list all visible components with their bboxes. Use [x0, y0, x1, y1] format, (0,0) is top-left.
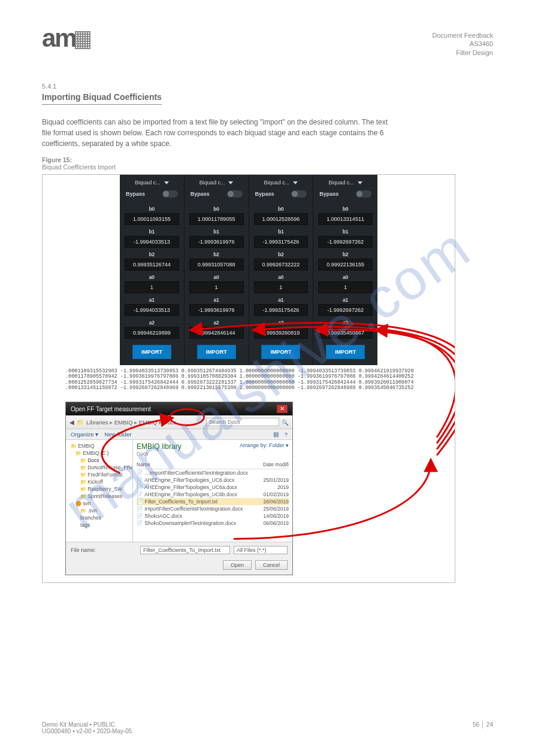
coef-label-a2: a2 — [123, 320, 180, 326]
help-icon[interactable]: ? — [285, 431, 288, 438]
crumb-part[interactable]: EMBIQ — [114, 419, 133, 426]
coef-value-b1[interactable]: -1.9992697262 — [318, 236, 373, 248]
coef-value-b1[interactable]: -1.9994033513 — [125, 236, 179, 248]
view-icon[interactable]: ▤ — [273, 431, 279, 438]
coef-value-a1[interactable]: -1.9994033513 — [125, 304, 179, 316]
file-row[interactable]: 📄 AHEEngine_FilterTopologies_UC6a.docx20… — [137, 484, 289, 491]
chevron-down-icon — [293, 181, 298, 184]
coef-value-b1[interactable]: -1.9993175426 — [254, 236, 309, 248]
coef-value-b0[interactable]: 1.00011093155 — [125, 213, 179, 225]
bypass-toggle[interactable] — [356, 190, 371, 198]
coef-value-a0[interactable]: 1 — [318, 281, 373, 293]
library-sub: Docs — [137, 451, 289, 457]
coef-value-b2[interactable]: 0.99931057088 — [189, 259, 244, 271]
import-button[interactable]: IMPORT — [197, 345, 236, 359]
biquad-column: Biquad c... Bypassb01.00011093155b1-1.99… — [120, 175, 185, 365]
coef-value-a1[interactable]: -1.9993619976 — [189, 304, 244, 316]
bypass-label: Bypass — [255, 191, 274, 197]
coef-value-b0[interactable]: 1.00013314511 — [318, 213, 373, 225]
coef-value-b2[interactable]: 0.99922136155 — [318, 259, 373, 271]
coef-label-b1: b1 — [123, 229, 180, 235]
coef-value-b0[interactable]: 1.00012528596 — [254, 213, 309, 225]
bypass-toggle[interactable] — [162, 190, 178, 198]
coef-label-b1: b1 — [317, 229, 374, 235]
search-refresh-icon[interactable]: 🔍 — [282, 419, 289, 426]
file-row[interactable]: 📄 ImportFilterCoefficientsFlexIntegratio… — [137, 505, 289, 512]
section-number: 5.4.1 — [42, 83, 493, 90]
section-title: Importing Biquad Coefficients — [42, 92, 162, 105]
file-row[interactable]: 📄 …ImportFilterCoefficientsFlexIntegrati… — [137, 469, 289, 477]
dialog-path-bar[interactable]: ◀ 📁 Libraries ▸ EMBIQ ▸ EMBIQ ▸ Docs 🔍 — [66, 415, 292, 429]
tree-item[interactable]: Raspberry_SW — [68, 485, 130, 493]
coef-value-a2[interactable]: 0.99946219899 — [125, 327, 179, 339]
coef-value-a0[interactable]: 1 — [254, 281, 309, 293]
coef-value-b1[interactable]: -1.9993619976 — [189, 236, 244, 248]
coef-value-b2[interactable]: 0.99926732222 — [254, 259, 309, 271]
filetype-select[interactable]: All Files (*.*) — [234, 546, 288, 554]
footer-right: 56 │ 24 — [473, 721, 493, 734]
file-list-pane: Arrange by: Folder ▾ EMBIQ library Docs … — [133, 440, 292, 542]
tree-item[interactable]: FredFileFormat — [68, 471, 130, 478]
organize-button[interactable]: Organize ▾ — [71, 431, 98, 438]
crumb-part[interactable]: Docs — [164, 419, 177, 426]
doc-partno: AS3460 — [433, 40, 494, 48]
coef-label-a1: a1 — [188, 297, 245, 303]
coef-value-a2[interactable]: 0.99939260819 — [254, 327, 309, 339]
coef-label-a0: a0 — [253, 274, 310, 280]
tree-item[interactable]: EMBIQ — [68, 442, 130, 450]
col-date[interactable]: Date modifi — [250, 460, 289, 469]
biquad-type-select[interactable]: Biquad c... — [317, 180, 374, 186]
coef-value-a0[interactable]: 1 — [125, 281, 179, 293]
coef-label-a2: a2 — [253, 320, 310, 326]
biquad-column: Biquad c... Bypassb01.00013314511b1-1.99… — [313, 175, 377, 365]
file-row[interactable]: 📄 ShokoDownsamplerFlexIntegration.docx06… — [137, 520, 289, 527]
coef-value-a0[interactable]: 1 — [189, 281, 244, 293]
dialog-close-button[interactable]: ✕ — [277, 405, 288, 413]
tree-item[interactable]: Docs — [68, 457, 130, 464]
crumb-part[interactable]: Libraries — [86, 419, 108, 426]
dialog-search-input[interactable] — [206, 418, 279, 426]
intro-paragraph: Biquad coefficients can also be imported… — [42, 117, 389, 149]
bypass-toggle[interactable] — [291, 190, 307, 198]
crumb-part[interactable]: EMBIQ — [139, 419, 158, 426]
filename-field[interactable]: Filter_Coefficients_To_Import.txt — [140, 546, 230, 554]
arrange-by[interactable]: Arrange by: Folder ▾ — [240, 442, 289, 448]
biquad-type-select[interactable]: Biquad c... — [188, 180, 245, 186]
cancel-button[interactable]: Cancel — [255, 560, 288, 570]
tree-item[interactable]: EMBIQ (E:) — [68, 450, 130, 457]
open-button[interactable]: Open — [223, 560, 252, 570]
coef-value-b0[interactable]: 1.00011789055 — [189, 213, 244, 225]
tree-item[interactable]: svn — [68, 500, 130, 507]
import-button[interactable]: IMPORT — [261, 345, 300, 359]
file-row[interactable]: 📄 AHEEngine_FilterTopologies_UC6b.docx01… — [137, 491, 289, 498]
coef-value-b2[interactable]: 0.99935126744 — [125, 259, 179, 271]
nav-back-icon[interactable]: ◀ — [69, 419, 74, 426]
col-name[interactable]: Name — [137, 460, 250, 469]
coef-value-a1[interactable]: -1.9992697262 — [318, 304, 373, 316]
file-row[interactable]: 📄 Filter_Coefficients_To_Import.txt26/06… — [137, 498, 289, 505]
coef-label-a0: a0 — [123, 274, 180, 280]
biquad-type-select[interactable]: Biquad c... — [253, 180, 310, 186]
import-button[interactable]: IMPORT — [326, 345, 365, 359]
file-list-table[interactable]: Name Date modifi 📄 …ImportFilterCoeffici… — [137, 460, 289, 527]
biquad-type-select[interactable]: Biquad c... — [123, 180, 180, 186]
import-button[interactable]: IMPORT — [132, 345, 171, 359]
newfolder-button[interactable]: New folder — [104, 431, 131, 438]
coef-value-a1[interactable]: -1.9993175426 — [254, 304, 309, 316]
coef-value-a2[interactable]: 0.99942846144 — [189, 327, 244, 339]
tree-item[interactable]: Kickoff — [68, 478, 130, 485]
file-row[interactable]: 📄 AHEEngine_FilterTopologies_UC6.docx25/… — [137, 476, 289, 484]
tree-item[interactable]: .svn — [68, 507, 130, 514]
folder-tree[interactable]: EMBIQEMBIQ (E:)DocsDoNotRelease_FReD_Pok… — [66, 440, 133, 542]
tree-item[interactable]: SprintReleases — [68, 493, 130, 500]
chevron-down-icon — [228, 181, 233, 184]
bypass-toggle[interactable] — [227, 190, 243, 198]
logo-glyph-icon — [75, 31, 90, 49]
tree-item[interactable]: tags — [68, 521, 130, 529]
tree-item[interactable]: branches — [68, 514, 130, 521]
chevron-down-icon — [164, 181, 169, 184]
coef-label-b0: b0 — [188, 206, 245, 212]
file-row[interactable]: 📄 ShokoAGC.docx14/06/2019 — [137, 512, 289, 520]
tree-item[interactable]: DoNotRelease_FReD_Pok — [68, 464, 130, 471]
coef-value-a2[interactable]: 0.99935450667 — [318, 327, 373, 339]
